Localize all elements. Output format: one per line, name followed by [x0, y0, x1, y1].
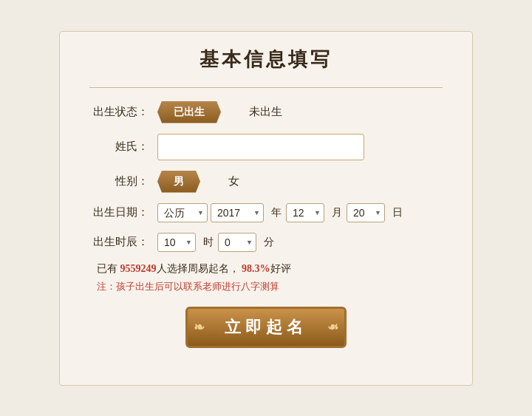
birth-year[interactable]: 2017 2016 2018 — [211, 203, 264, 222]
born-button[interactable]: 已出生 — [157, 101, 221, 123]
note-prefix: 注： — [97, 281, 116, 292]
male-button[interactable]: 男 — [157, 171, 200, 193]
gender-row: 性别： 男 女 — [89, 171, 443, 193]
stats-rating: 98.3% — [242, 263, 270, 274]
stats-text-middle: 人选择周易起名， — [157, 263, 242, 274]
birth-status-label: 出生状态： — [89, 105, 149, 119]
hour-unit: 时 — [203, 236, 214, 249]
female-button[interactable]: 女 — [215, 171, 253, 192]
birth-date-label: 出生日期： — [89, 205, 149, 219]
minute-unit: 分 — [264, 236, 274, 249]
birth-status-row: 出生状态： 已出生 未出生 — [89, 101, 443, 123]
surname-row: 姓氏： — [89, 134, 443, 160]
birth-day[interactable]: 20 1234 5 — [347, 203, 385, 222]
stats-text-after: 好评 — [270, 263, 291, 274]
unborn-button[interactable]: 未出生 — [236, 101, 296, 123]
birth-month-wrap: 12 1234 5678 91011 — [286, 203, 324, 222]
day-unit: 日 — [392, 206, 403, 219]
birth-minute-wrap: 0 1020304050 — [218, 233, 256, 252]
birth-year-wrap: 2017 2016 2018 — [211, 203, 264, 222]
stats-row: 已有 9559249人选择周易起名， 98.3%好评 — [89, 262, 443, 276]
surname-input[interactable] — [157, 134, 364, 160]
birth-day-wrap: 20 1234 5 — [347, 203, 385, 222]
note-row: 注：孩子出生后可以联系老师进行八字测算 — [89, 280, 443, 293]
birth-date-row: 出生日期： 公历 农历 2017 2016 2018 年 12 1234 567… — [89, 203, 443, 222]
calendar-type[interactable]: 公历 农历 — [157, 203, 208, 222]
page-title: 基本信息填写 — [89, 47, 443, 72]
birth-hour-wrap: 10 0123 4567 8911 — [157, 233, 196, 252]
birth-time-row: 出生时辰： 10 0123 4567 8911 时 0 1020304050 分 — [89, 233, 443, 252]
month-unit: 月 — [332, 206, 342, 219]
surname-label: 姓氏： — [89, 140, 149, 154]
calendar-type-wrap: 公历 农历 — [157, 203, 208, 222]
birth-month[interactable]: 12 1234 5678 91011 — [286, 203, 324, 222]
gender-label: 性别： — [89, 174, 149, 188]
birth-minute[interactable]: 0 1020304050 — [218, 233, 256, 252]
birth-hour[interactable]: 10 0123 4567 8911 — [157, 233, 196, 252]
stats-count: 9559249 — [120, 263, 157, 274]
birth-time-label: 出生时辰： — [89, 235, 149, 249]
divider — [89, 87, 443, 88]
year-unit: 年 — [271, 206, 282, 219]
submit-button[interactable]: 立即起名 — [185, 307, 347, 348]
note-text: 孩子出生后可以联系老师进行八字测算 — [116, 281, 279, 292]
stats-text-before: 已有 — [97, 263, 120, 274]
form-card: 基本信息填写 出生状态： 已出生 未出生 姓氏： 性别： 男 女 出生日期： 公… — [59, 31, 473, 386]
